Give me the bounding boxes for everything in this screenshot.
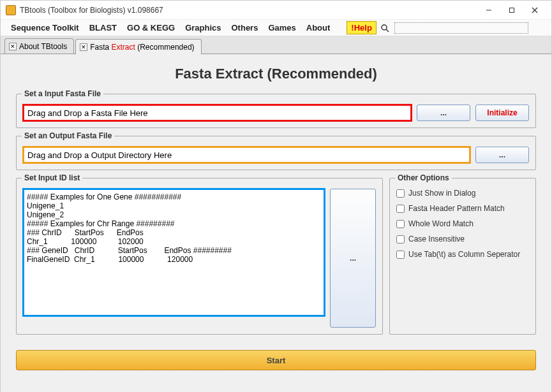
tab-strip: ✕ About TBtools ✕ Fasta Extract (Recomme… [1,36,551,54]
input-fasta-field[interactable] [23,105,412,121]
id-list-legend: Set Input ID list [22,173,82,182]
option-label: Use Tab(\t) as Column Seperator [408,250,520,259]
id-list-textarea[interactable] [23,189,325,316]
start-button[interactable]: Start [16,350,536,370]
id-list-browse-button[interactable]: ... [330,189,376,328]
search-input-placeholder[interactable] [394,22,528,34]
search-icon [380,24,389,33]
input-fasta-fieldset: Set a Input Fasta File ... Initialize [16,94,536,128]
checkbox-just-show[interactable] [396,189,405,198]
checkbox-tab-separator[interactable] [396,250,405,259]
content-area: Fasta Extract (Recommended) Set a Input … [1,54,551,392]
close-button[interactable] [523,3,546,18]
output-fasta-browse-button[interactable]: ... [475,147,529,163]
tab-label: Fasta Extract (Recommended) [90,43,194,52]
output-fasta-fieldset: Set an Output Fasta File ... [16,136,536,170]
menu-go-kegg[interactable]: GO & KEGG [122,20,180,35]
svg-line-5 [386,29,389,32]
option-tab-separator[interactable]: Use Tab(\t) as Column Seperator [396,250,529,259]
option-whole-word[interactable]: Whole Word Match [396,219,529,228]
checkbox-pattern-match[interactable] [396,205,405,213]
search-button[interactable] [379,22,391,34]
option-just-show[interactable]: Just Show in Dialog [396,189,529,198]
options-legend: Other Options [395,173,452,182]
option-case-insensitive[interactable]: Case Insensitive [396,235,529,243]
menu-blast[interactable]: BLAST [84,20,122,35]
option-pattern-match[interactable]: Fasta Header Pattern Match [396,204,529,213]
tab-close-icon[interactable]: ✕ [9,43,17,50]
help-button[interactable]: !Help [347,21,377,34]
tab-close-icon[interactable]: ✕ [80,43,87,51]
maximize-icon [509,7,515,13]
menu-about[interactable]: About [301,20,336,35]
menu-others[interactable]: Others [227,20,264,35]
page-title: Fasta Extract (Recommended) [16,66,536,82]
menu-games[interactable]: Games [263,20,301,35]
svg-point-4 [382,25,387,30]
window-title: TBtools (Toolbox for Biologists) v1.0986… [20,6,477,15]
checkbox-case-insensitive[interactable] [396,235,405,243]
output-fasta-field[interactable] [23,147,470,163]
svg-rect-1 [510,8,514,12]
menu-sequence-toolkit[interactable]: Sequence Toolkit [6,20,84,35]
input-fasta-legend: Set a Input Fasta File [22,89,103,98]
close-icon [532,7,538,13]
option-label: Fasta Header Pattern Match [408,204,505,213]
app-icon [6,5,16,15]
option-label: Just Show in Dialog [408,189,475,198]
menu-bar: Sequence Toolkit BLAST GO & KEGG Graphic… [1,20,551,36]
maximize-button[interactable] [500,3,523,18]
output-fasta-legend: Set an Output Fasta File [22,131,114,140]
option-label: Whole Word Match [408,219,474,228]
minimize-icon [486,7,492,13]
checkbox-whole-word[interactable] [396,220,405,228]
id-list-fieldset: Set Input ID list ... [16,178,383,335]
options-fieldset: Other Options Just Show in Dialog Fasta … [389,178,536,335]
input-fasta-browse-button[interactable]: ... [417,105,470,121]
tab-label: About TBtools [19,42,67,51]
tab-fasta-extract[interactable]: ✕ Fasta Extract (Recommended) [75,39,201,54]
option-label: Case Insensitive [408,235,465,243]
title-bar: TBtools (Toolbox for Biologists) v1.0986… [1,1,551,20]
minimize-button[interactable] [477,3,500,18]
tab-about-tbtools[interactable]: ✕ About TBtools [4,38,74,54]
initialize-button[interactable]: Initialize [475,105,529,121]
menu-graphics[interactable]: Graphics [180,20,226,35]
